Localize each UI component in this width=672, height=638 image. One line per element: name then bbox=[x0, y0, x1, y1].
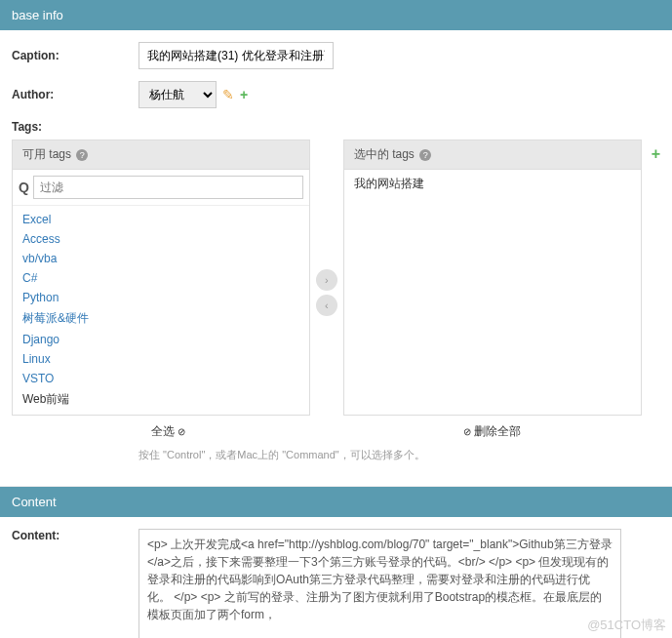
remove-all-button[interactable]: ⊘ 删除全部 bbox=[463, 423, 521, 440]
author-label: Author: bbox=[12, 88, 138, 101]
selected-tags-box: 我的网站搭建 bbox=[343, 169, 642, 416]
selected-tags-header: 选中的 tags ? bbox=[343, 140, 642, 169]
available-tags-header: 可用 tags ? bbox=[12, 140, 310, 169]
author-select[interactable]: 杨仕航 bbox=[138, 81, 217, 108]
caption-row: Caption: bbox=[12, 42, 660, 69]
tag-item[interactable]: Python bbox=[13, 288, 309, 307]
tags-selector: 可用 tags ? Q ExcelAccessvb/vbaC#Python树莓派… bbox=[12, 140, 660, 416]
selected-tags-title: 选中的 tags bbox=[354, 147, 415, 161]
tag-item[interactable]: vb/vba bbox=[13, 249, 309, 268]
filter-row: Q bbox=[13, 170, 309, 206]
move-left-button[interactable]: ‹ bbox=[316, 295, 337, 316]
caption-label: Caption: bbox=[12, 49, 138, 62]
content-textarea[interactable]: <p> 上次开发完成<a href="http://yshblog.com/bl… bbox=[138, 529, 621, 638]
selected-tags-list[interactable]: 我的网站搭建 bbox=[344, 170, 641, 198]
tag-item[interactable]: Access bbox=[13, 229, 309, 249]
author-row: Author: 杨仕航 ✎ + bbox=[12, 81, 660, 108]
plus-icon[interactable]: + bbox=[240, 87, 248, 102]
content-label: Content: bbox=[12, 529, 138, 542]
filter-input[interactable] bbox=[33, 176, 303, 199]
select-all-button[interactable]: 全选 ⊘ bbox=[151, 423, 185, 440]
tag-item[interactable]: 树莓派&硬件 bbox=[13, 307, 309, 330]
tag-item[interactable]: Linux bbox=[13, 349, 309, 369]
caption-input[interactable] bbox=[138, 42, 334, 69]
tag-item[interactable]: C# bbox=[13, 268, 309, 288]
tag-item[interactable]: Django bbox=[13, 330, 309, 349]
multiselect-hint: 按住 "Control"，或者Mac上的 "Command"，可以选择多个。 bbox=[12, 444, 660, 470]
remove-all-label: 删除全部 bbox=[474, 424, 521, 438]
base-info-body: Caption: Author: 杨仕航 ✎ + Tags: 可用 tags ?… bbox=[0, 30, 672, 482]
tag-item[interactable]: Excel bbox=[13, 210, 309, 229]
available-tags-box: Q ExcelAccessvb/vbaC#Python树莓派&硬件DjangoL… bbox=[12, 169, 310, 416]
transfer-buttons: › ‹ bbox=[316, 140, 337, 416]
content-body: Content: <p> 上次开发完成<a href="http://yshbl… bbox=[0, 517, 672, 638]
chevron-right-icon: ⊘ bbox=[178, 426, 185, 437]
content-header: Content bbox=[0, 487, 672, 517]
move-right-button[interactable]: › bbox=[316, 269, 337, 291]
available-tags-list[interactable]: ExcelAccessvb/vbaC#Python树莓派&硬件DjangoLin… bbox=[13, 206, 309, 415]
tags-label: Tags: bbox=[12, 120, 660, 134]
add-tag-icon[interactable]: + bbox=[648, 140, 660, 163]
available-tags-title: 可用 tags bbox=[22, 147, 71, 161]
tag-item[interactable]: VSTO bbox=[13, 369, 309, 388]
content-row: Content: <p> 上次开发完成<a href="http://yshbl… bbox=[12, 529, 660, 638]
help-icon[interactable]: ? bbox=[76, 149, 88, 161]
selected-tags-column: 选中的 tags ? 我的网站搭建 bbox=[343, 140, 642, 416]
selected-tag-item[interactable]: 我的网站搭建 bbox=[354, 176, 631, 192]
search-icon: Q bbox=[19, 179, 29, 195]
select-all-label: 全选 bbox=[151, 424, 175, 438]
tag-item[interactable]: Web前端 bbox=[13, 388, 309, 411]
tags-footer: 全选 ⊘ ⊘ 删除全部 bbox=[12, 416, 660, 444]
available-tags-column: 可用 tags ? Q ExcelAccessvb/vbaC#Python树莓派… bbox=[12, 140, 310, 416]
watermark: @51CTO博客 bbox=[587, 617, 666, 634]
chevron-left-icon: ⊘ bbox=[463, 426, 471, 437]
base-info-header: base info bbox=[0, 0, 672, 30]
help-icon[interactable]: ? bbox=[419, 149, 431, 161]
pencil-icon[interactable]: ✎ bbox=[222, 87, 234, 102]
